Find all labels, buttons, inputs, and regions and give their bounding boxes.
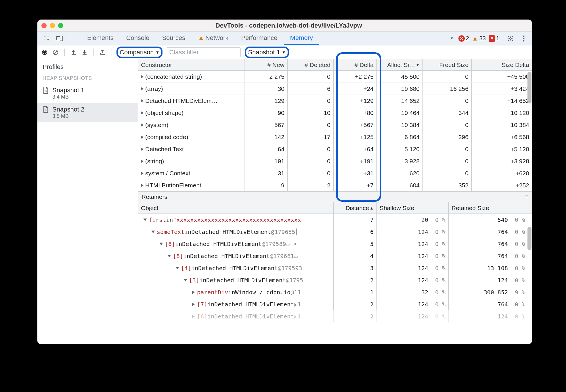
expand-icon[interactable] <box>192 291 195 294</box>
tab-elements[interactable]: Elements <box>81 32 120 45</box>
warning-count[interactable]: ▲ 33 <box>472 35 486 42</box>
expand-icon[interactable] <box>141 111 144 115</box>
retainer-row[interactable]: [3] in Detached HTMLDivElement @17952124… <box>138 274 532 286</box>
cell-shallow: 124 <box>418 301 428 308</box>
expand-icon[interactable] <box>141 123 144 127</box>
tab-network[interactable]: ▲Network <box>192 32 235 45</box>
expand-icon[interactable] <box>141 87 144 91</box>
expand-icon[interactable] <box>160 243 163 245</box>
close-icon[interactable] <box>41 23 47 28</box>
cell-deleted: 10 <box>288 107 334 119</box>
scrollbar-thumb[interactable] <box>527 227 531 250</box>
expand-icon[interactable] <box>141 75 144 78</box>
settings-icon[interactable] <box>506 34 515 43</box>
scrollbar-thumb[interactable] <box>527 72 531 103</box>
cell-shallow-pct: 0 % <box>433 241 445 247</box>
tab-console[interactable]: Console <box>120 32 156 45</box>
expand-icon[interactable] <box>141 184 144 187</box>
header-shallow[interactable]: Shallow Size <box>377 202 449 214</box>
snapshot-item[interactable]: %Snapshot 23.5 MB <box>37 103 138 122</box>
view-mode-dropdown[interactable]: Comparison ▼ <box>116 47 162 58</box>
header-constructor[interactable]: Constructor <box>138 59 244 70</box>
comparison-grid-header: Constructor # New # Deleted # Delta Allo… <box>138 59 532 71</box>
expand-icon[interactable] <box>176 267 179 269</box>
retainer-row[interactable]: someText in Detached HTMLDivElement @179… <box>138 226 532 238</box>
expand-icon[interactable] <box>141 135 144 139</box>
tab-performance[interactable]: Performance <box>235 32 284 45</box>
table-row[interactable]: system / Context310+316200+620 <box>138 167 532 179</box>
header-retained[interactable]: Retained Size <box>449 202 532 214</box>
table-row[interactable]: (system)5670+56710 3840+10 384 <box>138 119 532 131</box>
tabs-overflow[interactable]: » <box>447 32 456 45</box>
upload-icon[interactable] <box>69 48 78 57</box>
header-deleted[interactable]: # Deleted <box>288 59 334 70</box>
expand-icon[interactable] <box>141 99 144 103</box>
inspect-element-icon[interactable] <box>43 34 51 43</box>
window-title: DevTools - codepen.io/web-dot-dev/live/L… <box>67 22 511 29</box>
expand-icon[interactable] <box>144 218 147 221</box>
retainer-key: [4] <box>181 265 191 272</box>
expand-icon[interactable] <box>184 279 187 281</box>
svg-line-10 <box>54 51 57 54</box>
expand-icon[interactable] <box>141 160 144 163</box>
expand-icon[interactable] <box>168 255 171 257</box>
retainer-row[interactable]: [8] in Detached HTMLDivElement @179661 ▭… <box>138 250 532 262</box>
table-row[interactable]: Detached Text640+645 1200+5 120 <box>138 143 532 155</box>
cell-delta: +129 <box>334 95 377 107</box>
table-row[interactable]: Detached HTMLDivElem…1290+12914 6520+14 … <box>138 95 532 107</box>
tab-memory[interactable]: Memory <box>284 32 319 45</box>
cell-size-delta: +14 652 <box>472 95 532 107</box>
download-icon[interactable] <box>80 48 89 57</box>
issue-count[interactable]: ⚑ 1 <box>489 35 499 42</box>
hamburger-icon[interactable]: ≡ <box>525 193 529 200</box>
cell-shallow: 32 <box>421 289 428 296</box>
table-row[interactable]: (concatenated string)2 2750+2 27545 5000… <box>138 71 532 83</box>
retainer-row[interactable]: parentDiv in Window / cdpn.io @111320 %3… <box>138 286 532 298</box>
retainer-row[interactable]: [7] in Detached HTMLDivElement @121240 %… <box>138 298 532 310</box>
table-row[interactable]: (object shape)9010+8010 464344+10 120 <box>138 107 532 119</box>
svg-text:%: % <box>45 89 47 92</box>
header-object[interactable]: Object <box>138 202 334 214</box>
table-row[interactable]: (string)1910+1913 9280+3 928 <box>138 155 532 167</box>
constructor-name: (system) <box>145 122 169 128</box>
header-delta[interactable]: # Delta <box>334 59 377 70</box>
baseline-dropdown[interactable]: Snapshot 1 ▼ <box>245 47 289 58</box>
tab-sources[interactable]: Sources <box>156 32 192 45</box>
expand-icon[interactable] <box>192 303 195 306</box>
cell-freed: 344 <box>423 107 472 119</box>
heap-snapshot-icon: % <box>43 87 49 94</box>
header-distance[interactable]: Distance▲ <box>334 202 377 214</box>
expand-icon[interactable] <box>141 172 144 175</box>
retainer-row[interactable]: [8] in Detached HTMLDivElement @179589 ▭… <box>138 238 532 250</box>
retainer-row[interactable]: [6] in Detached HTMLDivElement @121240 %… <box>138 310 532 322</box>
table-row[interactable]: (array)306+2419 68016 256+3 424 <box>138 83 532 95</box>
retainer-row[interactable]: first in "xxxxxxxxxxxxxxxxxxxxxxxxxxxxxx… <box>138 214 532 226</box>
expand-icon[interactable] <box>192 315 195 318</box>
comparison-grid-body[interactable]: (concatenated string)2 2750+2 27545 5000… <box>138 71 532 191</box>
cell-delta: +7 <box>334 179 377 191</box>
header-freed[interactable]: Freed Size <box>423 59 472 70</box>
cell-freed: 296 <box>423 131 472 143</box>
device-toolbar-icon[interactable] <box>55 34 64 43</box>
retainer-row[interactable]: [4] in Detached HTMLDivElement @17959331… <box>138 262 532 274</box>
snapshot-item[interactable]: %Snapshot 13.4 MB <box>37 84 138 103</box>
zoom-icon[interactable] <box>58 23 63 28</box>
cell-delta: +125 <box>334 131 377 143</box>
header-new[interactable]: # New <box>244 59 288 70</box>
more-icon[interactable] <box>519 34 528 43</box>
table-row[interactable]: (compiled code)14217+1256 864296+6 568 <box>138 131 532 143</box>
record-icon[interactable] <box>40 48 49 57</box>
retainers-header: Object Distance▲ Shallow Size Retained S… <box>138 202 532 214</box>
header-size-delta[interactable]: Size Delta <box>472 59 532 70</box>
retainers-body[interactable]: first in "xxxxxxxxxxxxxxxxxxxxxxxxxxxxxx… <box>138 214 532 344</box>
class-filter-input[interactable]: Class filter <box>166 47 241 57</box>
error-count[interactable]: ✕ 2 <box>458 35 469 42</box>
header-alloc[interactable]: Alloc. Si…▼ <box>377 59 423 70</box>
expand-icon[interactable] <box>141 147 144 151</box>
clear-icon[interactable] <box>51 48 60 57</box>
minimize-icon[interactable] <box>50 23 55 28</box>
expand-icon[interactable] <box>152 230 155 233</box>
table-row[interactable]: HTMLButtonElement92+7604352+252 <box>138 179 532 191</box>
cell-retained: 764 <box>498 241 508 247</box>
gc-icon[interactable] <box>98 48 107 57</box>
